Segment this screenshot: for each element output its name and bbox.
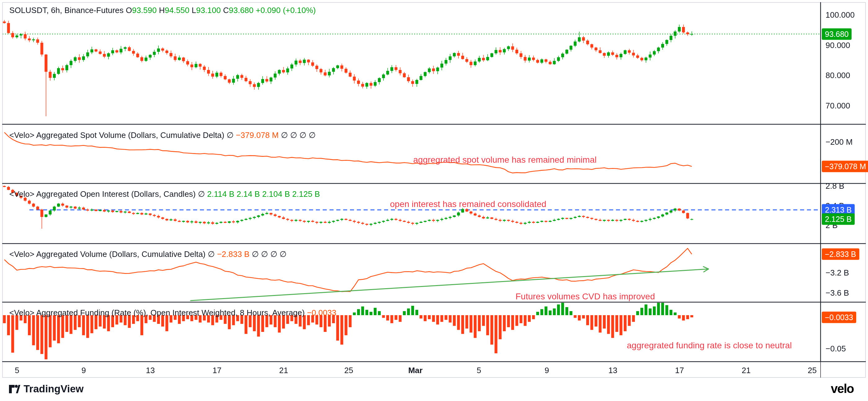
axis-label-price: 70.000 bbox=[826, 101, 850, 111]
price-badge: −2.833 B bbox=[822, 249, 859, 260]
legend-part: SOLUSDT, 6h, Binance-Futures bbox=[9, 6, 126, 15]
text-annotation: open interest has remained consolidated bbox=[390, 199, 546, 209]
tradingview-logo[interactable]: TradingView bbox=[9, 383, 84, 395]
time-axis-label: 21 bbox=[742, 366, 751, 375]
legend-part: −379.078 M bbox=[236, 130, 279, 140]
legend-part: −2.833 B bbox=[217, 249, 250, 259]
price-badge: 93.680 bbox=[822, 28, 851, 40]
legend-part: ∅ ∅ ∅ ∅ bbox=[279, 130, 316, 140]
time-axis-label: 17 bbox=[675, 366, 684, 375]
legend-part: 94.550 bbox=[165, 6, 189, 15]
legend-part: 93.590 bbox=[132, 6, 157, 15]
legend-part: L bbox=[189, 6, 196, 15]
time-axis-label: 13 bbox=[146, 366, 155, 375]
tradingview-wordmark: TradingView bbox=[24, 383, 84, 395]
legend-part: <Velo> Aggregated Spot Volume (Dollars, … bbox=[9, 130, 224, 140]
axis-label-price: 90.000 bbox=[826, 40, 850, 50]
text-annotation: aggregrated funding rate is close to neu… bbox=[627, 341, 792, 350]
time-axis-label: 9 bbox=[82, 366, 86, 375]
text-annotation: aggregrated spot volume has remained min… bbox=[413, 155, 596, 165]
time-axis-label: 13 bbox=[609, 366, 618, 375]
legend-part: ∅ ∅ ∅ ∅ bbox=[250, 249, 287, 259]
tradingview-icon bbox=[9, 383, 21, 395]
axis-label-open_interest: 2.8 B bbox=[826, 181, 844, 191]
legend-panel-2: <Velo> Aggregated Spot Volume (Dollars, … bbox=[9, 130, 316, 140]
time-axis-label: 21 bbox=[279, 366, 288, 375]
time-axis-label: Mar bbox=[408, 366, 423, 375]
axis-label-futures_cvd: −3.6 B bbox=[826, 288, 849, 298]
legend-part: 2.114 B 2.14 B 2.104 B 2.125 B bbox=[207, 189, 320, 198]
legend-part: C bbox=[221, 6, 229, 15]
legend-part: <Velo> Aggregated Funding (Rate (%), Ope… bbox=[9, 308, 305, 317]
legend-part: ∅ bbox=[224, 130, 236, 140]
legend-part: −0.0033 bbox=[307, 308, 336, 317]
time-axis-label: 25 bbox=[344, 366, 353, 375]
legend-panel-4: <Velo> Aggregated Volume (Dollars, Cumul… bbox=[9, 249, 286, 259]
legend-part: +0.090 (+0.10%) bbox=[254, 6, 316, 15]
legend-panel-3: <Velo> Aggregated Open Interest (Dollars… bbox=[9, 189, 320, 199]
price-badge: −379.078 M bbox=[822, 161, 868, 172]
axis-label-futures_cvd: −3.2 B bbox=[826, 268, 849, 278]
text-annotation: Futures volumes CVD has improved bbox=[516, 291, 655, 302]
legend-panel-1: SOLUSDT, 6h, Binance-Futures O93.590 H94… bbox=[9, 6, 316, 15]
legend-part: H bbox=[157, 6, 165, 15]
legend-part: ∅ bbox=[196, 189, 207, 198]
time-axis-label: 25 bbox=[808, 366, 817, 375]
legend-part: <Velo> Aggregated Open Interest (Dollars… bbox=[9, 189, 196, 198]
legend-part: <Velo> Aggregated Volume (Dollars, Cumul… bbox=[9, 249, 206, 259]
axis-label-spot_cvd: −200 M bbox=[826, 137, 852, 147]
time-axis-label: 9 bbox=[545, 366, 549, 375]
legend-part: ∅ bbox=[206, 249, 217, 259]
time-axis-label: 5 bbox=[477, 366, 481, 375]
legend-part: 93.680 bbox=[229, 6, 254, 15]
time-axis-label: 17 bbox=[213, 366, 222, 375]
axis-label-price: 80.000 bbox=[826, 71, 850, 80]
axis-label-funding: −0.05 bbox=[826, 344, 846, 353]
legend-part: 93.100 bbox=[196, 6, 221, 15]
price-badge: −0.0033 bbox=[822, 312, 856, 323]
legend-part: O bbox=[126, 6, 132, 15]
time-axis-label: 5 bbox=[15, 366, 19, 375]
legend-panel-5: <Velo> Aggregated Funding (Rate (%), Ope… bbox=[9, 308, 336, 318]
axis-label-price: 100.000 bbox=[826, 10, 855, 20]
velo-logo[interactable]: velo bbox=[831, 382, 854, 396]
price-badge: 2.125 B bbox=[822, 214, 855, 225]
